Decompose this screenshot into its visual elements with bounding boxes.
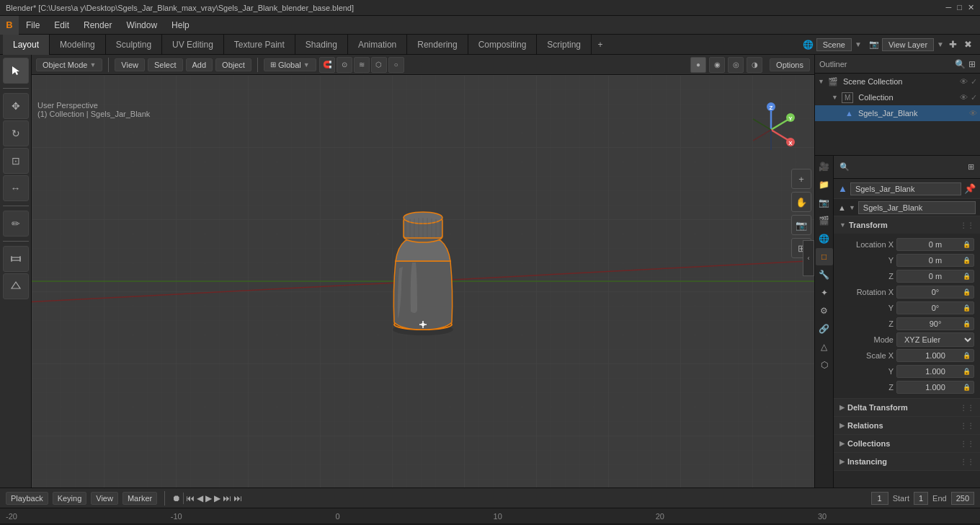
- add-menu-btn[interactable]: Add: [186, 58, 213, 71]
- outliner-filter-icon[interactable]: ⊞: [968, 59, 976, 69]
- proportional-btn[interactable]: ⊙: [337, 57, 352, 73]
- scale-x-field[interactable]: 1.000 🔒: [896, 349, 974, 362]
- menu-edit[interactable]: Edit: [47, 16, 76, 35]
- outliner-collection[interactable]: ▼ M Collection 👁 ✓: [815, 89, 980, 105]
- remove-screen-btn[interactable]: ✖: [962, 39, 974, 50]
- view-btn[interactable]: View: [91, 492, 118, 505]
- keying-btn[interactable]: Keying: [53, 492, 87, 505]
- col-vis-check[interactable]: ✓: [971, 93, 977, 102]
- rotation-mode-select[interactable]: XYZ Euler: [896, 332, 974, 347]
- mode-selector[interactable]: Object Mode ▼: [36, 58, 102, 71]
- prop-header-search[interactable]: 🔍: [839, 162, 850, 172]
- instancing-header[interactable]: ▶ Instancing ⋮⋮: [834, 453, 980, 470]
- outliner-search-icon[interactable]: 🔍: [955, 59, 966, 69]
- tl-next-frame-btn[interactable]: ▶: [214, 493, 220, 503]
- data-dropdown-arrow[interactable]: ▼: [849, 204, 855, 211]
- start-frame-field[interactable]: 1: [914, 492, 928, 505]
- delta-transform-header[interactable]: ▶ Delta Transform ⋮⋮: [834, 399, 980, 416]
- tl-play-btn[interactable]: ▶: [205, 493, 212, 503]
- tab-animation[interactable]: Animation: [348, 35, 407, 55]
- scene-vis-eye[interactable]: 👁: [960, 77, 968, 87]
- prop-modifier-icon[interactable]: 🔧: [816, 266, 833, 283]
- window-controls[interactable]: ─ □ ✕: [946, 3, 974, 12]
- shading-render-btn[interactable]: ◎: [728, 57, 744, 73]
- prop-scene-icon[interactable]: 🎬: [816, 212, 833, 229]
- menu-help[interactable]: Help: [164, 16, 197, 35]
- wireframe-btn[interactable]: ○: [388, 57, 404, 73]
- select-menu-btn[interactable]: Select: [148, 58, 183, 71]
- viewport-canvas[interactable]: User Perspective (1) Collection | Sgels_…: [32, 75, 814, 488]
- rotate-tool-btn[interactable]: ↻: [3, 120, 29, 146]
- tab-scripting[interactable]: Scripting: [537, 35, 592, 55]
- outliner-object[interactable]: ▲ Sgels_Jar_Blank 👁: [815, 105, 980, 121]
- close-btn[interactable]: ✕: [968, 3, 974, 12]
- tl-prev-frame-btn[interactable]: ◀: [197, 493, 203, 503]
- prop-constraints-icon[interactable]: 🔗: [816, 320, 833, 338]
- rotation-z-field[interactable]: 90° 🔒: [896, 317, 974, 330]
- add-workspace-btn[interactable]: +: [592, 35, 609, 55]
- maximize-btn[interactable]: □: [957, 3, 962, 12]
- transform-header[interactable]: ▼ Transform ⋮⋮: [834, 216, 980, 234]
- tab-modeling[interactable]: Modeling: [50, 35, 106, 55]
- location-z-field[interactable]: 0 m 🔒: [896, 270, 974, 283]
- prop2-btn[interactable]: ≋: [354, 57, 370, 73]
- tab-texture-paint[interactable]: Texture Paint: [224, 35, 295, 55]
- tl-jump-start-btn[interactable]: ⏮: [186, 493, 195, 503]
- tab-sculpting[interactable]: Sculpting: [106, 35, 162, 55]
- object-menu-btn[interactable]: Object: [215, 58, 251, 71]
- tab-compositing[interactable]: Compositing: [468, 35, 538, 55]
- select-tool-btn[interactable]: [3, 58, 29, 84]
- overlay-btn[interactable]: ⬡: [371, 57, 387, 73]
- annotate-tool-btn[interactable]: ✏: [3, 211, 29, 237]
- current-frame-field[interactable]: 1: [871, 492, 888, 505]
- prop-particles-icon[interactable]: ✦: [816, 284, 833, 301]
- scene-vis-check[interactable]: ✓: [971, 77, 977, 87]
- location-x-field[interactable]: 0 m 🔒: [896, 238, 974, 251]
- view-menu-btn[interactable]: View: [115, 58, 145, 71]
- prop-header-filter[interactable]: ⊞: [968, 162, 974, 172]
- n-panel-toggle[interactable]: ‹: [803, 240, 814, 276]
- minimize-btn[interactable]: ─: [946, 3, 952, 12]
- menu-window[interactable]: Window: [119, 16, 164, 35]
- shading-mat-btn[interactable]: ◉: [709, 57, 725, 73]
- viewport[interactable]: Object Mode ▼ View Select Add Object ⊞ G…: [32, 55, 814, 488]
- tab-uv-editing[interactable]: UV Editing: [162, 35, 224, 55]
- zoom-in-btn[interactable]: +: [791, 169, 811, 189]
- scale-y-field[interactable]: 1.000 🔒: [896, 365, 974, 378]
- prop-object-icon[interactable]: □: [816, 248, 833, 265]
- prop-output-icon[interactable]: 📁: [816, 176, 833, 193]
- pin-icon[interactable]: 📌: [964, 183, 976, 194]
- options-btn[interactable]: Options: [770, 58, 810, 71]
- shading-rendered-btn[interactable]: ◑: [747, 57, 762, 73]
- tab-rendering[interactable]: Rendering: [407, 35, 468, 55]
- rotation-y-field[interactable]: 0° 🔒: [896, 301, 974, 314]
- measure-tool-btn[interactable]: [3, 246, 29, 272]
- location-y-field[interactable]: 0 m 🔒: [896, 254, 974, 267]
- end-frame-field[interactable]: 250: [951, 492, 974, 505]
- tab-shading[interactable]: Shading: [295, 35, 348, 55]
- add-tool-btn[interactable]: [3, 273, 29, 299]
- marker-btn[interactable]: Marker: [122, 492, 157, 505]
- obj-vis-eye[interactable]: 👁: [969, 109, 977, 118]
- shading-solid-btn[interactable]: ●: [690, 57, 706, 73]
- transform-tool-btn[interactable]: ↔: [3, 175, 29, 201]
- view-layer-selector[interactable]: View Layer: [882, 38, 934, 51]
- rotation-x-field[interactable]: 0° 🔒: [896, 286, 974, 299]
- scale-z-field[interactable]: 1.000 🔒: [896, 381, 974, 394]
- collections-header[interactable]: ▶ Collections ⋮⋮: [834, 435, 980, 452]
- add-screen-btn[interactable]: ✚: [947, 39, 959, 50]
- relations-header[interactable]: ▶ Relations ⋮⋮: [834, 417, 980, 434]
- playback-btn[interactable]: Playback: [6, 492, 48, 505]
- prop-material-icon[interactable]: ⬡: [816, 356, 833, 374]
- camera-btn[interactable]: 📷: [791, 215, 811, 235]
- tl-jump-end-btn[interactable]: ⏭: [233, 493, 242, 503]
- scene-selector[interactable]: Scene: [816, 38, 852, 51]
- prop-physics-icon[interactable]: ⚙: [816, 302, 833, 319]
- menu-render[interactable]: Render: [76, 16, 119, 35]
- transform-selector[interactable]: ⊞ Global ▼: [264, 58, 316, 71]
- move-tool-btn[interactable]: ✥: [3, 93, 29, 119]
- prop-world-icon[interactable]: 🌐: [816, 230, 833, 247]
- scale-tool-btn[interactable]: ⊡: [3, 148, 29, 174]
- menu-file[interactable]: File: [19, 16, 47, 35]
- tab-layout[interactable]: Layout: [3, 35, 50, 55]
